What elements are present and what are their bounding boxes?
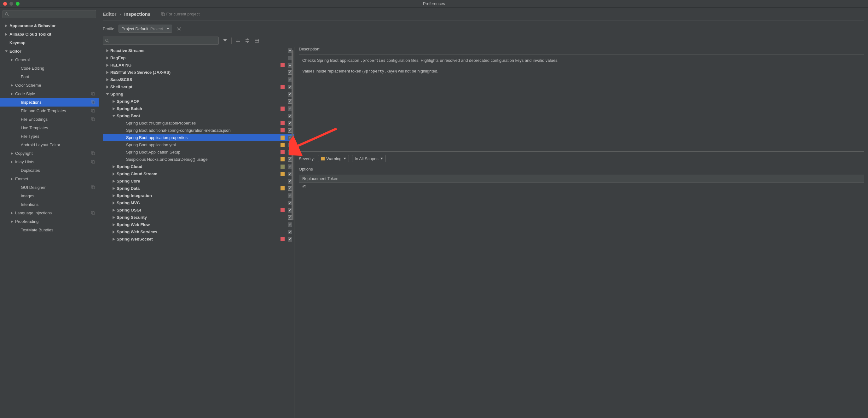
inspection-row[interactable]: Spring Boot @ConfigurationProperties bbox=[103, 119, 294, 127]
svg-marker-49 bbox=[113, 173, 115, 176]
inspection-row[interactable]: Spring Boot additional-spring-configurat… bbox=[103, 127, 294, 134]
expand-all-button[interactable] bbox=[235, 37, 241, 44]
inspection-label: Spring Cloud bbox=[117, 164, 280, 169]
sidebar-search-input[interactable] bbox=[2, 10, 96, 18]
sidebar-item[interactable]: Editor bbox=[0, 47, 99, 56]
inspection-row[interactable]: Spring MVC bbox=[103, 199, 294, 207]
inspection-row[interactable]: Reactive Streams bbox=[103, 47, 294, 54]
sidebar-item[interactable]: Alibaba Cloud Toolkit bbox=[0, 30, 99, 38]
sidebar-item[interactable]: TextMate Bundles bbox=[0, 226, 99, 234]
sidebar-item[interactable]: Images bbox=[0, 192, 99, 200]
scope-combo[interactable]: In All Scopes bbox=[352, 155, 386, 162]
tree-arrow-icon bbox=[112, 179, 116, 183]
tree-arrow-icon bbox=[16, 194, 20, 198]
inspection-row[interactable]: Spring OSGi bbox=[103, 207, 294, 214]
svg-marker-53 bbox=[113, 202, 115, 205]
inspection-row[interactable]: Spring bbox=[103, 90, 294, 98]
options-table: Replacement Token @ bbox=[299, 175, 864, 190]
severity-swatch bbox=[280, 186, 285, 190]
sidebar-item[interactable]: Live Templates bbox=[0, 124, 99, 132]
svg-marker-55 bbox=[113, 216, 115, 219]
sidebar-item[interactable]: Copyright bbox=[0, 149, 99, 158]
sidebar-item[interactable]: Code Editing bbox=[0, 64, 99, 72]
sidebar-item[interactable]: File Encodings bbox=[0, 115, 99, 124]
inspection-label: Spring Boot @ConfigurationProperties bbox=[126, 121, 280, 125]
breadcrumb-parent[interactable]: Editor bbox=[103, 11, 116, 17]
inspection-row[interactable]: RESTful Web Service (JAX-RS) bbox=[103, 69, 294, 76]
svg-marker-40 bbox=[106, 64, 108, 67]
tree-arrow-icon bbox=[16, 75, 20, 79]
expand-icon bbox=[236, 38, 241, 43]
sidebar-item[interactable]: Inspections bbox=[0, 98, 99, 107]
sidebar-item[interactable]: File Types bbox=[0, 132, 99, 141]
tree-arrow-icon bbox=[4, 24, 8, 28]
inspection-row[interactable]: Spring Integration bbox=[103, 192, 294, 199]
inspection-row[interactable]: Spring Cloud Stream bbox=[103, 170, 294, 177]
sidebar-item[interactable]: Appearance & Behavior bbox=[0, 22, 99, 30]
inspection-row[interactable]: Spring Security bbox=[103, 214, 294, 221]
inspection-search-input[interactable] bbox=[103, 36, 219, 45]
sidebar-item[interactable]: Code Style bbox=[0, 90, 99, 98]
filter-button[interactable] bbox=[222, 37, 228, 44]
titlebar: Preferences bbox=[0, 0, 868, 7]
svg-point-33 bbox=[105, 39, 108, 41]
options-value[interactable]: @ bbox=[299, 182, 864, 190]
inspection-row[interactable]: RegExp bbox=[103, 54, 294, 61]
collapse-all-button[interactable] bbox=[244, 37, 251, 44]
filter-icon bbox=[222, 38, 227, 43]
profile-combo[interactable]: Project Default Project bbox=[119, 25, 172, 33]
inspection-row[interactable]: Spring Boot application.yml bbox=[103, 141, 294, 148]
inspection-row[interactable]: Spring Data bbox=[103, 185, 294, 192]
inspection-row[interactable]: Spring Batch bbox=[103, 105, 294, 112]
sidebar-item[interactable]: Color Scheme bbox=[0, 81, 99, 90]
svg-marker-48 bbox=[113, 165, 115, 168]
reset-button[interactable] bbox=[254, 37, 260, 44]
scrollbar[interactable] bbox=[291, 47, 294, 418]
sidebar-item[interactable]: Emmet bbox=[0, 175, 99, 183]
inspection-row[interactable]: Sass/SCSS bbox=[103, 76, 294, 83]
content-header: Editor › Inspections For current project bbox=[103, 7, 864, 21]
sidebar-item[interactable]: Font bbox=[0, 72, 99, 81]
inspection-row[interactable]: RELAX NG bbox=[103, 61, 294, 69]
inspection-row[interactable]: Spring Web Services bbox=[103, 228, 294, 236]
sidebar-item[interactable]: Proofreading bbox=[0, 217, 99, 226]
sidebar-item[interactable]: Language Injections bbox=[0, 209, 99, 217]
sidebar-item[interactable]: Intentions bbox=[0, 200, 99, 209]
sidebar-item[interactable]: Android Layout Editor bbox=[0, 141, 99, 149]
svg-marker-28 bbox=[11, 220, 13, 223]
tree-arrow-icon bbox=[105, 49, 110, 53]
inspection-row[interactable]: Spring Boot Application Setup bbox=[103, 148, 294, 156]
sidebar-item[interactable]: Keymap bbox=[0, 38, 99, 47]
inspection-row[interactable]: Spring Boot application.properties bbox=[103, 134, 294, 141]
svg-rect-21 bbox=[92, 161, 95, 163]
tree-arrow-icon bbox=[112, 216, 116, 219]
sidebar-item[interactable]: Inlay Hints bbox=[0, 158, 99, 166]
sidebar-item[interactable]: Duplicates bbox=[0, 166, 99, 175]
severity-swatch bbox=[280, 157, 285, 161]
inspection-row[interactable]: Spring Cloud bbox=[103, 163, 294, 170]
inspection-row[interactable]: Suspicious Hooks.onOperatorDebug() usage bbox=[103, 156, 294, 163]
content-panel: Editor › Inspections For current project… bbox=[99, 7, 868, 418]
sidebar-item-label: Code Style bbox=[15, 91, 91, 96]
inspection-row[interactable]: Spring AOP bbox=[103, 98, 294, 105]
inspection-row[interactable]: Spring Core bbox=[103, 177, 294, 185]
svg-marker-22 bbox=[11, 178, 13, 180]
tree-arrow-icon bbox=[16, 143, 20, 147]
inspection-tree[interactable]: Reactive StreamsRegExpRELAX NGRESTful We… bbox=[103, 47, 294, 418]
svg-marker-54 bbox=[113, 209, 115, 212]
inspection-row[interactable]: Spring WebSocket bbox=[103, 236, 294, 243]
sidebar-item[interactable]: GUI Designer bbox=[0, 183, 99, 192]
sidebar-item-label: Emmet bbox=[15, 177, 99, 181]
inspection-label: Reactive Streams bbox=[110, 48, 288, 53]
severity-combo[interactable]: Warning bbox=[318, 155, 349, 162]
inspection-label: Sass/SCSS bbox=[110, 77, 288, 82]
inspection-label: Spring bbox=[110, 92, 288, 96]
svg-rect-11 bbox=[92, 101, 95, 104]
inspection-row[interactable]: Shell script bbox=[103, 83, 294, 90]
gear-icon[interactable] bbox=[177, 26, 182, 31]
sidebar-item-label: Editor bbox=[9, 49, 99, 54]
sidebar-item[interactable]: General bbox=[0, 56, 99, 64]
inspection-row[interactable]: Spring Boot bbox=[103, 112, 294, 119]
sidebar-item[interactable]: File and Code Templates bbox=[0, 107, 99, 115]
inspection-row[interactable]: Spring Web Flow bbox=[103, 221, 294, 228]
